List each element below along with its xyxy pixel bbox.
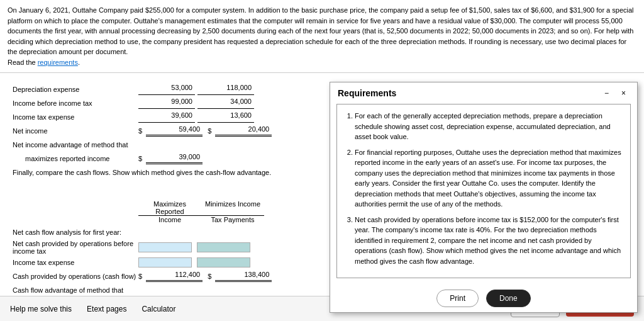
requirements-list: For each of the generally accepted depre… — [345, 111, 623, 266]
row-values: 39,600 13,600 — [138, 111, 254, 123]
requirement-item-2: For financial reporting purposes, Outtah… — [355, 147, 623, 210]
cell-val2: 34,000 — [197, 98, 254, 109]
row-label: Net cash provided by operations before i… — [13, 240, 138, 255]
main-container: On January 6, 2021, Outtahe Company paid… — [0, 0, 644, 321]
print-button[interactable]: Print — [436, 290, 479, 307]
cell-val2: 118,000 — [197, 84, 254, 95]
top-text-area: On January 6, 2021, Outtahe Company paid… — [0, 0, 644, 73]
etext-pages-link[interactable]: Etext pages — [87, 305, 126, 313]
cell-val2: 138,400 — [215, 271, 272, 282]
requirement-item-3: Net cash provided by operations before i… — [355, 215, 623, 267]
input-cell-2[interactable] — [197, 242, 250, 252]
col-header-2: Minimizes Income — [201, 200, 264, 216]
row-label: maximizes reported income — [13, 155, 138, 162]
cell-val1: 99,000 — [138, 98, 195, 109]
modal-footer: Print Done — [330, 284, 637, 312]
modal-content: For each of the generally accepted depre… — [336, 104, 631, 278]
cell-val1: 39,600 — [138, 111, 195, 123]
done-button[interactable]: Done — [486, 290, 531, 307]
modal-close-button[interactable]: × — [618, 87, 630, 99]
help-me-solve-link[interactable]: Help me solve this — [10, 305, 72, 313]
intro-paragraph: On January 6, 2021, Outtahe Company paid… — [8, 6, 634, 55]
row-label: Net income — [13, 127, 138, 135]
read-text: Read the — [8, 59, 38, 66]
col-subheader-1: Income — [138, 216, 201, 223]
cell-val1: 59,400 — [146, 125, 203, 137]
modal-header: Requirements − × — [330, 82, 637, 104]
requirements-modal: Requirements − × For each of the general… — [330, 82, 638, 313]
cell-val2: 20,400 — [215, 125, 272, 137]
row-label: Net income advantage of method that — [13, 141, 138, 149]
row-label: Cash provided by operations (cash flow) — [13, 273, 138, 280]
modal-title: Requirements — [338, 88, 396, 98]
col-header-1: Maximizes Reported — [138, 200, 201, 216]
modal-minimize-button[interactable]: − — [601, 87, 613, 99]
input-cell-1[interactable] — [138, 242, 192, 252]
cell-val1: 53,000 — [138, 84, 195, 95]
row-values: $ 112,400 $ 138,400 — [138, 271, 272, 282]
calculator-link[interactable]: Calculator — [142, 305, 175, 313]
row-label: Income tax expense — [13, 259, 138, 266]
row-values: 99,000 34,000 — [138, 98, 254, 109]
bottom-left-actions: Help me solve this Etext pages Calculato… — [10, 305, 175, 313]
input-cell-3[interactable] — [138, 257, 192, 268]
row-values: $ 39,000 — [138, 153, 203, 164]
input-cell-4[interactable] — [197, 257, 250, 268]
row-label: Income tax expense — [13, 113, 138, 121]
row-values: 53,000 118,000 — [138, 84, 254, 95]
cell-val1: 112,400 — [146, 271, 203, 282]
row-label: Income before income tax — [13, 99, 138, 107]
cell-val2: 13,600 — [197, 111, 254, 123]
requirement-item-1: For each of the generally accepted depre… — [355, 111, 623, 142]
row-label: Cash flow advantage of method that — [13, 286, 138, 294]
requirements-link[interactable]: requirements — [38, 59, 78, 66]
row-values — [138, 242, 250, 252]
cell-val1: 39,000 — [146, 153, 203, 164]
modal-controls: − × — [601, 87, 630, 99]
row-values: $ 59,400 $ 20,400 — [138, 125, 272, 137]
row-label: Depreciation expense — [13, 86, 138, 93]
col-subheader-2: Tax Payments — [201, 216, 264, 223]
row-values — [138, 257, 250, 268]
